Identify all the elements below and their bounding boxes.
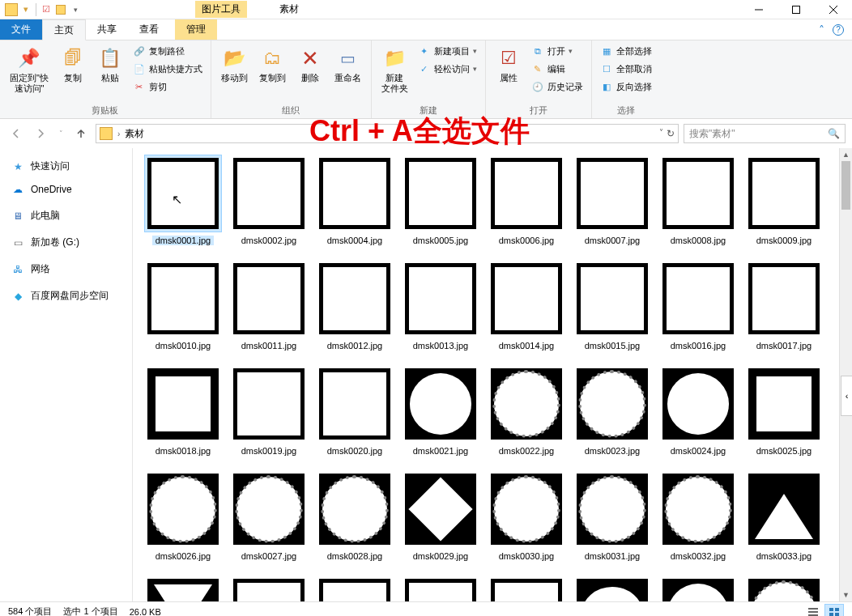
close-button[interactable] [815, 0, 852, 19]
edit-button[interactable]: ✎编辑 [530, 62, 585, 76]
chevron-right-icon[interactable]: › [117, 130, 120, 138]
folder-small-icon[interactable] [54, 3, 67, 16]
file-thumbnail[interactable]: dmsk0012.jpg [314, 260, 395, 350]
up-button[interactable] [71, 124, 91, 143]
file-thumbnail[interactable]: dmsk0001.jpg [143, 155, 224, 245]
file-thumbnail[interactable]: dmsk0022.jpg [486, 365, 567, 456]
file-thumbnail[interactable]: dmsk0029.jpg [400, 470, 481, 561]
file-thumbnail[interactable] [314, 576, 395, 601]
file-thumbnail[interactable] [228, 576, 309, 601]
file-thumbnail[interactable]: dmsk0006.jpg [486, 155, 567, 245]
sidebar-item[interactable]: ◆百度网盘同步空间 [0, 284, 132, 308]
new-item-button[interactable]: ✦新建项目▾ [416, 44, 479, 58]
file-thumbnail[interactable]: dmsk0015.jpg [572, 260, 653, 350]
properties-icon[interactable]: ☑ [40, 3, 53, 16]
select-none-button[interactable]: ☐全部取消 [599, 62, 654, 76]
delete-button[interactable]: ✕删除 [294, 44, 326, 85]
file-thumbnail[interactable]: dmsk0008.jpg [658, 155, 739, 245]
pin-to-quick-access-button[interactable]: 📌 固定到"快 速访问" [6, 44, 52, 96]
tab-file[interactable]: 文件 [0, 19, 42, 40]
scroll-up-icon[interactable]: ▲ [840, 148, 852, 161]
move-to-button[interactable]: 📂移动到 [218, 44, 251, 85]
ribbon-collapse-icon[interactable]: ˄ [819, 23, 824, 36]
properties-button[interactable]: ☑属性 [492, 44, 525, 85]
history-button[interactable]: 🕘历史记录 [530, 79, 585, 94]
file-thumbnail[interactable]: dmsk0017.jpg [743, 260, 824, 350]
file-thumbnail[interactable]: dmsk0011.jpg [228, 260, 309, 350]
content-pane[interactable]: dmsk0001.jpgdmsk0002.jpgdmsk0004.jpgdmsk… [133, 148, 852, 601]
paste-shortcut-button[interactable]: 📄粘贴快捷方式 [131, 62, 204, 76]
file-thumbnail[interactable]: dmsk0032.jpg [658, 470, 739, 561]
file-thumbnail[interactable] [658, 576, 739, 601]
easy-access-button[interactable]: ✓轻松访问▾ [416, 62, 479, 76]
sidebar-item[interactable]: 🖥此电脑 [0, 204, 132, 227]
file-thumbnail[interactable] [400, 576, 481, 601]
file-thumbnail[interactable]: dmsk0007.jpg [572, 155, 653, 245]
view-thumbnails-button[interactable] [824, 604, 844, 617]
address-dropdown-icon[interactable]: ˅ [659, 128, 663, 139]
tab-manage[interactable]: 管理 [175, 19, 217, 40]
file-thumbnail[interactable]: dmsk0004.jpg [314, 155, 395, 245]
file-thumbnail[interactable]: dmsk0005.jpg [400, 155, 481, 245]
tab-share[interactable]: 共享 [86, 19, 128, 40]
maximize-button[interactable] [777, 0, 815, 19]
scroll-down-icon[interactable]: ▼ [840, 588, 852, 601]
search-input[interactable]: 搜索"素材" 🔍 [684, 124, 846, 143]
new-folder-button[interactable]: 📁新建 文件夹 [378, 44, 411, 96]
file-thumbnail[interactable]: dmsk0018.jpg [143, 365, 224, 456]
file-thumbnail[interactable]: dmsk0014.jpg [486, 260, 567, 350]
search-icon[interactable]: 🔍 [828, 128, 840, 139]
select-all-button[interactable]: ▦全部选择 [599, 44, 654, 58]
edge-panel-toggle[interactable]: ‹ [841, 376, 852, 416]
file-thumbnail[interactable]: dmsk0031.jpg [572, 470, 653, 561]
search-placeholder: 搜索"素材" [689, 127, 823, 141]
address-bar[interactable]: › 素材 ˅ ↻ [96, 124, 679, 143]
file-thumbnail[interactable]: dmsk0023.jpg [572, 365, 653, 456]
invert-selection-button[interactable]: ◧反向选择 [599, 79, 654, 94]
folder-open-icon[interactable]: ▾ [19, 3, 32, 16]
file-thumbnail[interactable]: dmsk0010.jpg [143, 260, 224, 350]
file-thumbnail[interactable]: dmsk0033.jpg [743, 470, 824, 561]
file-thumbnail[interactable]: dmsk0030.jpg [486, 470, 567, 561]
file-thumbnail[interactable] [572, 576, 653, 601]
qat-dropdown-icon[interactable]: ▾ [69, 3, 82, 16]
file-thumbnail[interactable]: dmsk0020.jpg [314, 365, 395, 456]
file-thumbnail[interactable]: dmsk0019.jpg [228, 365, 309, 456]
file-thumbnail[interactable]: dmsk0021.jpg [400, 365, 481, 456]
file-thumbnail[interactable]: dmsk0013.jpg [400, 260, 481, 350]
sidebar-item[interactable]: ☁OneDrive [0, 178, 132, 201]
refresh-icon[interactable]: ↻ [667, 128, 675, 139]
file-thumbnail[interactable]: dmsk0016.jpg [658, 260, 739, 350]
forward-button[interactable] [31, 124, 50, 143]
file-thumbnail[interactable]: dmsk0025.jpg [743, 365, 824, 456]
scrollbar-vertical[interactable]: ▲ ▼ [839, 148, 852, 601]
recent-button[interactable]: ˅ [55, 124, 66, 143]
address-folder-name[interactable]: 素材 [125, 127, 144, 141]
file-thumbnail[interactable]: dmsk0024.jpg [658, 365, 739, 456]
copy-to-button[interactable]: 🗂复制到 [256, 44, 289, 85]
sidebar-item[interactable]: ▭新加卷 (G:) [0, 231, 132, 254]
file-thumbnail[interactable] [743, 576, 824, 601]
copy-path-button[interactable]: 🔗复制路径 [131, 44, 204, 58]
view-details-button[interactable] [803, 604, 823, 617]
paste-button[interactable]: 📋 粘贴 [94, 44, 126, 85]
sidebar-item[interactable]: ★快速访问 [0, 155, 132, 178]
tab-home[interactable]: 主页 [42, 19, 86, 40]
file-thumbnail[interactable]: dmsk0009.jpg [743, 155, 824, 245]
rename-button[interactable]: ▭重命名 [331, 44, 364, 85]
open-button[interactable]: ⧉打开▾ [530, 44, 585, 58]
sidebar-item[interactable]: 🖧网络 [0, 257, 132, 281]
file-thumbnail[interactable]: dmsk0028.jpg [314, 470, 395, 561]
tab-view[interactable]: 查看 [128, 19, 170, 40]
file-thumbnail[interactable] [143, 576, 224, 601]
minimize-button[interactable] [740, 0, 777, 19]
scrollbar-thumb[interactable] [841, 161, 850, 210]
back-button[interactable] [6, 124, 26, 143]
copy-button[interactable]: 🗐 复制 [57, 44, 89, 85]
file-thumbnail[interactable]: dmsk0027.jpg [228, 470, 309, 561]
file-thumbnail[interactable] [486, 576, 567, 601]
file-thumbnail[interactable]: dmsk0026.jpg [143, 470, 224, 561]
file-thumbnail[interactable]: dmsk0002.jpg [228, 155, 309, 245]
cut-button[interactable]: ✂剪切 [131, 79, 204, 94]
help-icon[interactable]: ? [833, 24, 844, 36]
